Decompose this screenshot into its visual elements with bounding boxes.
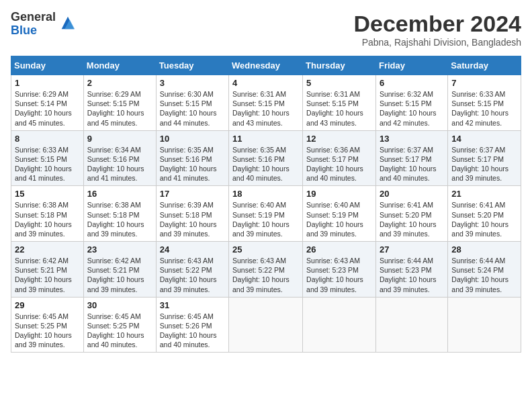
day-number: 25 (232, 244, 299, 255)
day-number: 17 (160, 189, 225, 199)
day-info: Sunrise: 6:43 AM Sunset: 5:22 PM Dayligh… (160, 256, 225, 294)
day-info: Sunrise: 6:38 AM Sunset: 5:18 PM Dayligh… (87, 200, 152, 238)
day-info: Sunrise: 6:43 AM Sunset: 5:23 PM Dayligh… (306, 256, 372, 294)
calendar-cell: 12Sunrise: 6:36 AM Sunset: 5:17 PM Dayli… (303, 130, 376, 186)
calendar-cell: 18Sunrise: 6:40 AM Sunset: 5:19 PM Dayli… (229, 186, 303, 242)
calendar-cell: 25Sunrise: 6:43 AM Sunset: 5:22 PM Dayli… (229, 242, 303, 298)
calendar-cell: 11Sunrise: 6:35 AM Sunset: 5:16 PM Dayli… (229, 130, 303, 186)
weekday-header: Friday (375, 56, 447, 75)
weekday-header-row: SundayMondayTuesdayWednesdayThursdayFrid… (11, 56, 521, 75)
day-number: 18 (232, 189, 299, 199)
calendar-cell: 2Sunrise: 6:29 AM Sunset: 5:15 PM Daylig… (83, 75, 156, 131)
day-number: 19 (306, 189, 372, 199)
day-info: Sunrise: 6:40 AM Sunset: 5:19 PM Dayligh… (306, 200, 372, 238)
title-block: December 2024 Pabna, Rajshahi Division, … (353, 11, 521, 48)
day-info: Sunrise: 6:31 AM Sunset: 5:15 PM Dayligh… (306, 89, 372, 128)
calendar-cell: 8Sunrise: 6:33 AM Sunset: 5:15 PM Daylig… (11, 130, 84, 186)
day-number: 28 (451, 244, 517, 255)
calendar-cell: 26Sunrise: 6:43 AM Sunset: 5:23 PM Dayli… (303, 242, 376, 298)
day-number: 11 (232, 134, 299, 144)
day-info: Sunrise: 6:41 AM Sunset: 5:20 PM Dayligh… (451, 200, 517, 238)
location: Pabna, Rajshahi Division, Bangladesh (353, 37, 521, 48)
day-number: 6 (380, 78, 444, 88)
calendar-cell: 6Sunrise: 6:32 AM Sunset: 5:15 PM Daylig… (375, 75, 447, 131)
day-number: 22 (15, 244, 80, 255)
calendar-cell: 30Sunrise: 6:45 AM Sunset: 5:25 PM Dayli… (83, 297, 156, 353)
day-info: Sunrise: 6:37 AM Sunset: 5:17 PM Dayligh… (380, 145, 444, 183)
day-info: Sunrise: 6:43 AM Sunset: 5:22 PM Dayligh… (232, 256, 299, 294)
day-number: 29 (15, 300, 80, 310)
calendar-cell: 20Sunrise: 6:41 AM Sunset: 5:20 PM Dayli… (375, 186, 447, 242)
day-number: 9 (87, 134, 152, 144)
logo-icon (58, 13, 77, 32)
weekday-header: Thursday (303, 56, 376, 75)
day-info: Sunrise: 6:36 AM Sunset: 5:17 PM Dayligh… (306, 145, 372, 183)
day-info: Sunrise: 6:35 AM Sunset: 5:16 PM Dayligh… (160, 145, 225, 183)
calendar-cell: 16Sunrise: 6:38 AM Sunset: 5:18 PM Dayli… (83, 186, 156, 242)
day-info: Sunrise: 6:42 AM Sunset: 5:21 PM Dayligh… (15, 256, 80, 294)
day-info: Sunrise: 6:31 AM Sunset: 5:15 PM Dayligh… (232, 89, 299, 128)
calendar-cell: 23Sunrise: 6:42 AM Sunset: 5:21 PM Dayli… (83, 242, 156, 298)
day-number: 7 (451, 78, 517, 88)
calendar-cell: 29Sunrise: 6:45 AM Sunset: 5:25 PM Dayli… (11, 297, 84, 353)
day-number: 31 (160, 300, 225, 310)
day-number: 20 (380, 189, 444, 199)
day-number: 14 (451, 134, 517, 144)
month-title: December 2024 (353, 11, 521, 37)
day-info: Sunrise: 6:39 AM Sunset: 5:18 PM Dayligh… (160, 200, 225, 238)
calendar-cell (448, 297, 521, 353)
day-info: Sunrise: 6:44 AM Sunset: 5:23 PM Dayligh… (380, 256, 444, 294)
day-number: 12 (306, 134, 372, 144)
weekday-header: Monday (83, 56, 156, 75)
day-number: 15 (15, 189, 80, 199)
day-number: 4 (232, 78, 299, 88)
calendar-cell: 31Sunrise: 6:45 AM Sunset: 5:26 PM Dayli… (156, 297, 228, 353)
day-number: 23 (87, 244, 152, 255)
day-info: Sunrise: 6:44 AM Sunset: 5:24 PM Dayligh… (451, 256, 517, 294)
weekday-header: Saturday (448, 56, 521, 75)
calendar-week-row: 29Sunrise: 6:45 AM Sunset: 5:25 PM Dayli… (11, 297, 521, 353)
calendar-cell: 17Sunrise: 6:39 AM Sunset: 5:18 PM Dayli… (156, 186, 228, 242)
day-number: 16 (87, 189, 152, 199)
calendar-cell: 24Sunrise: 6:43 AM Sunset: 5:22 PM Dayli… (156, 242, 228, 298)
calendar-cell: 5Sunrise: 6:31 AM Sunset: 5:15 PM Daylig… (303, 75, 376, 131)
weekday-header: Sunday (11, 56, 84, 75)
weekday-header: Tuesday (156, 56, 228, 75)
day-info: Sunrise: 6:29 AM Sunset: 5:15 PM Dayligh… (87, 89, 152, 128)
day-number: 30 (87, 300, 152, 310)
calendar-cell: 9Sunrise: 6:34 AM Sunset: 5:16 PM Daylig… (83, 130, 156, 186)
calendar-cell: 21Sunrise: 6:41 AM Sunset: 5:20 PM Dayli… (448, 186, 521, 242)
day-info: Sunrise: 6:34 AM Sunset: 5:16 PM Dayligh… (87, 145, 152, 183)
page-header: General Blue December 2024 Pabna, Rajsha… (11, 11, 521, 48)
day-info: Sunrise: 6:33 AM Sunset: 5:15 PM Dayligh… (451, 89, 517, 128)
calendar-cell: 4Sunrise: 6:31 AM Sunset: 5:15 PM Daylig… (229, 75, 303, 131)
day-info: Sunrise: 6:37 AM Sunset: 5:17 PM Dayligh… (451, 145, 517, 183)
calendar-cell (303, 297, 376, 353)
calendar-cell: 7Sunrise: 6:33 AM Sunset: 5:15 PM Daylig… (448, 75, 521, 131)
day-info: Sunrise: 6:33 AM Sunset: 5:15 PM Dayligh… (15, 145, 80, 183)
day-info: Sunrise: 6:45 AM Sunset: 5:25 PM Dayligh… (15, 312, 80, 350)
day-number: 5 (306, 78, 372, 88)
calendar-week-row: 8Sunrise: 6:33 AM Sunset: 5:15 PM Daylig… (11, 130, 521, 186)
calendar-table: SundayMondayTuesdayWednesdayThursdayFrid… (11, 56, 521, 353)
day-info: Sunrise: 6:41 AM Sunset: 5:20 PM Dayligh… (380, 200, 444, 238)
day-number: 26 (306, 244, 372, 255)
day-number: 3 (160, 78, 225, 88)
calendar-cell: 10Sunrise: 6:35 AM Sunset: 5:16 PM Dayli… (156, 130, 228, 186)
day-info: Sunrise: 6:32 AM Sunset: 5:15 PM Dayligh… (380, 89, 444, 128)
day-number: 21 (451, 189, 517, 199)
calendar-week-row: 22Sunrise: 6:42 AM Sunset: 5:21 PM Dayli… (11, 242, 521, 298)
day-number: 8 (15, 134, 80, 144)
logo-blue: Blue (11, 24, 56, 38)
day-info: Sunrise: 6:45 AM Sunset: 5:26 PM Dayligh… (160, 312, 225, 350)
day-info: Sunrise: 6:42 AM Sunset: 5:21 PM Dayligh… (87, 256, 152, 294)
calendar-cell: 15Sunrise: 6:38 AM Sunset: 5:18 PM Dayli… (11, 186, 84, 242)
calendar-cell: 3Sunrise: 6:30 AM Sunset: 5:15 PM Daylig… (156, 75, 228, 131)
day-info: Sunrise: 6:40 AM Sunset: 5:19 PM Dayligh… (232, 200, 299, 238)
day-info: Sunrise: 6:45 AM Sunset: 5:25 PM Dayligh… (87, 312, 152, 350)
calendar-cell (229, 297, 303, 353)
calendar-cell: 1Sunrise: 6:29 AM Sunset: 5:14 PM Daylig… (11, 75, 84, 131)
logo: General Blue (11, 11, 77, 38)
day-number: 2 (87, 78, 152, 88)
day-number: 27 (380, 244, 444, 255)
